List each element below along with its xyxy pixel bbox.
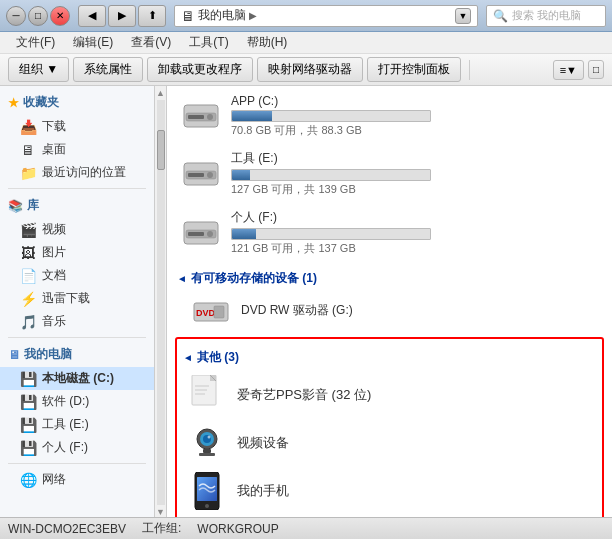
menu-edit[interactable]: 编辑(E) — [65, 32, 121, 53]
e-drive-icon: 💾 — [20, 417, 36, 433]
video-icon: 🎬 — [20, 222, 36, 238]
c-drive-label: 本地磁盘 (C:) — [42, 370, 114, 387]
drive-c-fill — [232, 111, 272, 121]
system-props-btn[interactable]: 系统属性 — [73, 57, 143, 82]
computer-section: 🖥 我的电脑 💾 本地磁盘 (C:) 💾 软件 (D:) 💾 工具 (E:) 💾… — [0, 342, 154, 459]
svg-point-6 — [207, 172, 213, 178]
drive-c-bar — [231, 110, 431, 122]
sidebar-item-thunder[interactable]: ⚡ 迅雷下载 — [0, 287, 154, 310]
restore-btn[interactable]: □ — [28, 6, 48, 26]
drive-f-size: 121 GB 可用，共 137 GB — [231, 241, 598, 256]
video-label: 视频 — [42, 221, 66, 238]
drive-c-name: APP (C:) — [231, 94, 598, 108]
drive-e-info: 工具 (E:) 127 GB 可用，共 139 GB — [231, 150, 598, 197]
sidebar-item-document[interactable]: 📄 文档 — [0, 264, 154, 287]
desktop-icon: 🖥 — [20, 142, 36, 158]
svg-point-10 — [207, 231, 213, 237]
sidebar-item-desktop[interactable]: 🖥 桌面 — [0, 138, 154, 161]
menu-bar: 文件(F) 编辑(E) 查看(V) 工具(T) 帮助(H) — [0, 32, 612, 54]
sidebar-scrollbar[interactable]: ▲ ▼ — [155, 86, 167, 517]
picture-label: 图片 — [42, 244, 66, 261]
drive-f-bar — [231, 228, 431, 240]
sidebar-item-download[interactable]: 📥 下载 — [0, 115, 154, 138]
scroll-thumb[interactable] — [157, 130, 165, 170]
sidebar-item-music[interactable]: 🎵 音乐 — [0, 310, 154, 333]
address-bar[interactable]: 🖥 我的电脑 ▶ ▼ — [174, 5, 478, 27]
dropdown-btn[interactable]: ▼ — [455, 8, 471, 24]
removable-header: 有可移动存储的设备 (1) — [175, 264, 604, 290]
removable-label: 有可移动存储的设备 (1) — [191, 270, 317, 287]
dvd-icon: DVD — [191, 294, 231, 329]
control-panel-btn[interactable]: 打开控制面板 — [367, 57, 461, 82]
other-item-webcam[interactable]: 视频设备 — [181, 419, 598, 467]
download-label: 下载 — [42, 118, 66, 135]
svg-rect-25 — [203, 449, 211, 453]
svg-rect-18 — [195, 385, 209, 387]
view-btn[interactable]: ≡▼ — [553, 60, 584, 80]
sidebar-item-picture[interactable]: 🖼 图片 — [0, 241, 154, 264]
network-section: 🌐 网络 — [0, 468, 154, 491]
dvd-drive-icon: DVD — [192, 295, 230, 329]
music-label: 音乐 — [42, 313, 66, 330]
library-header: 📚 库 — [0, 193, 154, 218]
drive-e-bar — [231, 169, 431, 181]
phone-svg — [193, 472, 221, 510]
drive-e-fill — [232, 170, 250, 180]
menu-tools[interactable]: 工具(T) — [181, 32, 236, 53]
uninstall-btn[interactable]: 卸载或更改程序 — [147, 57, 253, 82]
menu-view[interactable]: 查看(V) — [123, 32, 179, 53]
search-placeholder: 搜索 我的电脑 — [512, 8, 581, 23]
main-layout: ★ 收藏夹 📥 下载 🖥 桌面 📁 最近访问的位置 📚 库 — [0, 86, 612, 517]
download-icon: 📥 — [20, 119, 36, 135]
drive-e-item[interactable]: 工具 (E:) 127 GB 可用，共 139 GB — [175, 146, 604, 201]
status-bar: WIN-DCMO2EC3EBV 工作组: WORKGROUP — [0, 517, 612, 539]
computer-info: WIN-DCMO2EC3EBV — [8, 522, 126, 536]
drive-f-item[interactable]: 个人 (F:) 121 GB 可用，共 137 GB — [175, 205, 604, 260]
window-controls[interactable]: ─ □ ✕ — [6, 6, 70, 26]
divider-1 — [8, 188, 146, 189]
scroll-track[interactable] — [157, 100, 165, 505]
star-icon: ★ — [8, 96, 19, 110]
scroll-up-btn[interactable]: ▲ — [156, 88, 165, 98]
sidebar-item-e-drive[interactable]: 💾 工具 (E:) — [0, 413, 154, 436]
pps-icon — [189, 377, 225, 413]
sidebar-item-c-drive[interactable]: 💾 本地磁盘 (C:) — [0, 367, 154, 390]
menu-help[interactable]: 帮助(H) — [239, 32, 296, 53]
minimize-btn[interactable]: ─ — [6, 6, 26, 26]
svg-rect-20 — [195, 393, 205, 395]
drive-f-icon — [181, 215, 221, 250]
hdd-icon-e — [182, 157, 220, 191]
toolbar-separator — [469, 60, 470, 80]
menu-file[interactable]: 文件(F) — [8, 32, 63, 53]
sidebar-item-d-drive[interactable]: 💾 软件 (D:) — [0, 390, 154, 413]
map-drive-btn[interactable]: 映射网络驱动器 — [257, 57, 363, 82]
search-bar[interactable]: 🔍 搜索 我的电脑 — [486, 5, 606, 27]
sidebar-item-video[interactable]: 🎬 视频 — [0, 218, 154, 241]
drive-f-name: 个人 (F:) — [231, 209, 598, 226]
back-btn[interactable]: ◀ — [78, 5, 106, 27]
maximize-btn[interactable]: □ — [588, 60, 604, 79]
svg-rect-14 — [214, 306, 224, 318]
sidebar: ★ 收藏夹 📥 下载 🖥 桌面 📁 最近访问的位置 📚 库 — [0, 86, 155, 517]
phone-label: 我的手机 — [237, 482, 289, 500]
c-drive-icon: 💾 — [20, 371, 36, 387]
forward-btn[interactable]: ▶ — [108, 5, 136, 27]
svg-point-2 — [207, 114, 213, 120]
close-btn[interactable]: ✕ — [50, 6, 70, 26]
d-drive-label: 软件 (D:) — [42, 393, 89, 410]
drive-f-info: 个人 (F:) 121 GB 可用，共 137 GB — [231, 209, 598, 256]
drive-c-item[interactable]: APP (C:) 70.8 GB 可用，共 88.3 GB — [175, 90, 604, 142]
sidebar-item-recent[interactable]: 📁 最近访问的位置 — [0, 161, 154, 184]
svg-rect-3 — [188, 115, 204, 119]
up-btn[interactable]: ⬆ — [138, 5, 166, 27]
f-drive-icon: 💾 — [20, 440, 36, 456]
sidebar-item-f-drive[interactable]: 💾 个人 (F:) — [0, 436, 154, 459]
dvd-item[interactable]: DVD DVD RW 驱动器 (G:) — [185, 290, 604, 333]
organize-btn[interactable]: 组织 ▼ — [8, 57, 69, 82]
other-item-pps[interactable]: 爱奇艺PPS影音 (32 位) — [181, 371, 598, 419]
sidebar-item-network[interactable]: 🌐 网络 — [0, 468, 154, 491]
scroll-down-btn[interactable]: ▼ — [156, 507, 165, 517]
svg-rect-26 — [199, 453, 215, 456]
phone-icon — [189, 473, 225, 509]
other-item-phone[interactable]: 我的手机 — [181, 467, 598, 515]
